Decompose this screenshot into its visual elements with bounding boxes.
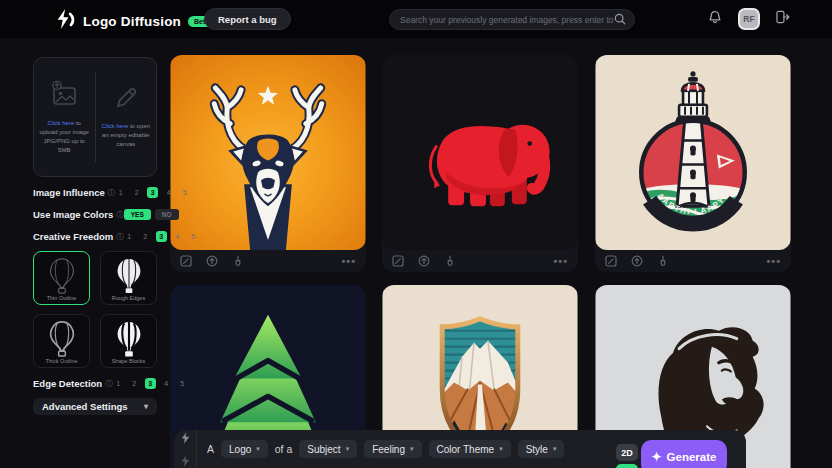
scale-option-selected[interactable]: 3 (147, 187, 158, 198)
scale-option[interactable]: 4 (172, 231, 183, 242)
scale-option[interactable]: 4 (161, 378, 172, 389)
style-tiles: Thin Outline Rough Edges Thick Outline S… (33, 251, 157, 368)
scale-option[interactable]: 1 (115, 187, 126, 198)
app-name: Logo Diffusion (83, 14, 181, 29)
style-tile-shape-blocks[interactable]: Shape Blocks (100, 314, 157, 368)
top-right-actions: RF (708, 8, 790, 30)
bell-icon[interactable] (708, 10, 722, 29)
chevron-down-icon: ▾ (410, 445, 414, 453)
balloon-shape-blocks-icon (114, 320, 144, 362)
avatar[interactable]: RF (738, 8, 760, 30)
generate-button[interactable]: ✦ Generate (641, 440, 727, 468)
edit-in-canvas-icon[interactable] (180, 255, 192, 267)
canvas-click-here-link[interactable]: Click here (102, 123, 129, 129)
scale-option-selected[interactable]: 3 (156, 231, 167, 242)
prompt-bolt-column (174, 430, 197, 468)
upscale-icon[interactable] (418, 255, 430, 267)
scale-option[interactable]: 5 (179, 187, 190, 198)
lighthouse-logo-image: FAARTHI LAAPYHI (595, 55, 791, 250)
subject-dropdown[interactable]: Subject ▾ (299, 440, 357, 458)
brush-icon[interactable] (657, 255, 669, 267)
scale-option[interactable]: 5 (188, 231, 199, 242)
style-tile-thick-outline[interactable]: Thick Outline (33, 314, 90, 368)
lightning-icon[interactable] (181, 430, 190, 448)
card-red-elephant[interactable]: ••• (382, 55, 578, 272)
search-icon[interactable] (614, 11, 626, 29)
image-input-panel: Click here to upload your image JPG/PNG … (33, 57, 157, 177)
style-tile-label: Thick Outline (34, 358, 89, 364)
upscale-icon[interactable] (631, 255, 643, 267)
creative-freedom-label: Creative Freedom ⓘ (33, 231, 124, 242)
brush-icon[interactable] (444, 255, 456, 267)
image-influence-control: Image Influence ⓘ 1 2 3 4 5 (33, 186, 157, 199)
mode-3d-badge[interactable]: 3D (616, 464, 638, 468)
scale-option[interactable]: 1 (113, 378, 124, 389)
search-input[interactable] (400, 15, 614, 25)
upload-image-dropzone[interactable]: Click here to upload your image JPG/PNG … (34, 58, 95, 176)
card-actions: ••• (382, 250, 578, 272)
scale-option[interactable]: 1 (124, 231, 135, 242)
mode-2d-badge[interactable]: 2D (616, 444, 638, 461)
scale-option-selected[interactable]: 3 (145, 378, 156, 389)
edit-in-canvas-icon[interactable] (605, 255, 617, 267)
scale-option[interactable]: 4 (163, 187, 174, 198)
style-tile-label: Rough Edges (101, 295, 156, 301)
balloon-rough-edges-icon (114, 257, 144, 299)
upload-image-icon (49, 80, 79, 112)
feeling-dropdown[interactable]: Feeling ▾ (364, 440, 421, 458)
chevron-down-icon: ▾ (256, 445, 260, 453)
brush-icon[interactable] (232, 255, 244, 267)
upload-click-here-link[interactable]: Click here (48, 120, 75, 126)
card-actions: ••• (170, 250, 366, 272)
more-options-icon[interactable]: ••• (341, 255, 356, 267)
style-tile-thin-outline[interactable]: Thin Outline (33, 251, 90, 305)
style-tile-rough-edges[interactable]: Rough Edges (100, 251, 157, 305)
info-icon[interactable]: ⓘ (105, 379, 113, 389)
info-icon[interactable]: ⓘ (116, 232, 124, 242)
chevron-down-icon: ▾ (553, 445, 557, 453)
use-image-colors-control: Use Image Colors ⓘ YES NO (33, 208, 157, 221)
logo-type-dropdown[interactable]: Logo ▾ (221, 440, 268, 458)
image-influence-label: Image Influence ⓘ (33, 187, 115, 198)
edge-detection-label: Edge Detection ⓘ (33, 378, 113, 389)
logo-diffusion-app: Logo Diffusion Beta v1.0 Report a bug RF (0, 0, 832, 468)
edit-in-canvas-icon[interactable] (392, 255, 404, 267)
report-a-bug-button[interactable]: Report a bug (204, 8, 291, 30)
chevron-down-icon: ▾ (499, 445, 503, 453)
balloon-thick-outline-icon (47, 320, 77, 362)
use-image-colors-label: Use Image Colors ⓘ (33, 209, 124, 220)
scale-option[interactable]: 5 (177, 378, 188, 389)
info-icon[interactable]: ⓘ (116, 210, 124, 220)
style-dropdown[interactable]: Style ▾ (518, 440, 565, 458)
scale-option[interactable]: 2 (129, 378, 140, 389)
use-image-colors-toggle: YES NO (124, 209, 179, 220)
upscale-icon[interactable] (206, 255, 218, 267)
bolt-logo-icon (56, 8, 76, 34)
creative-freedom-scale: 1 2 3 4 5 (124, 231, 199, 242)
creative-freedom-control: Creative Freedom ⓘ 1 2 3 4 5 (33, 230, 157, 243)
card-deer-mascot[interactable]: ••• (170, 55, 366, 272)
more-options-icon[interactable]: ••• (553, 255, 568, 267)
scale-option[interactable]: 2 (140, 231, 151, 242)
card-lighthouse-badge[interactable]: FAARTHI LAAPYHI ••• (595, 55, 791, 272)
no-option[interactable]: NO (155, 209, 179, 220)
top-bar: Logo Diffusion Beta v1.0 Report a bug RF (0, 0, 832, 38)
info-icon[interactable]: ⓘ (108, 188, 116, 198)
lightning-icon[interactable] (181, 453, 190, 468)
yes-option[interactable]: YES (124, 209, 151, 220)
open-canvas-zone[interactable]: Click here to open an empty editable can… (96, 58, 157, 176)
color-theme-dropdown[interactable]: Color Theme ▾ (429, 440, 511, 458)
deer-mascot-logo-image (170, 55, 366, 250)
prompt-prefix: A (207, 443, 214, 455)
logout-icon[interactable] (776, 10, 790, 28)
more-options-icon[interactable]: ••• (766, 255, 781, 267)
search-bar[interactable] (389, 9, 635, 30)
style-tile-label: Thin Outline (34, 295, 89, 301)
chevron-down-icon: ▾ (346, 445, 350, 453)
edge-detection-control: Edge Detection ⓘ 1 2 3 4 5 (33, 377, 157, 390)
prompt-chips-row: A Logo ▾ of a Subject ▾ Feeling ▾ Color … (197, 430, 564, 468)
card-actions: ••• (595, 250, 791, 272)
scale-option[interactable]: 2 (131, 187, 142, 198)
advanced-settings-button[interactable]: Advanced Settings ▾ (33, 398, 157, 415)
upload-help-text: Click here to upload your image JPG/PNG … (38, 119, 91, 155)
